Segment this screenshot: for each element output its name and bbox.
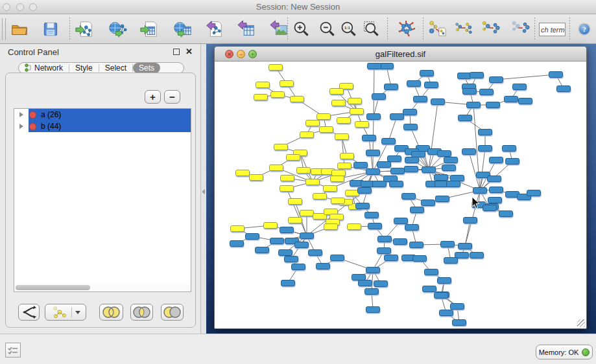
open-session-button[interactable] — [9, 19, 30, 40]
horizontal-scrollbar[interactable] — [15, 284, 190, 291]
set-color-dot — [29, 123, 36, 130]
set-row[interactable]: a (26) — [14, 109, 191, 120]
sets-list: a (26)b (44) — [14, 108, 191, 292]
floppy-disk-icon — [42, 20, 60, 38]
toolbar-separator — [423, 17, 423, 41]
import-table-web-icon — [173, 19, 193, 39]
scrollbar-thumb[interactable] — [16, 285, 90, 290]
network-window-title: galFiltered.sif — [215, 49, 586, 59]
zoom-out-icon — [318, 20, 337, 38]
network-tab-icon — [25, 63, 32, 73]
export-network-icon — [204, 19, 224, 39]
memory-ok-indicator — [582, 348, 590, 356]
split-arrows-icon — [22, 306, 36, 319]
import-table-file-button[interactable] — [139, 19, 160, 40]
toolbar-separator — [534, 17, 535, 41]
export-network-button[interactable] — [204, 19, 224, 40]
toolbar-separator — [287, 17, 288, 41]
import-table-file-icon — [139, 19, 159, 39]
zoom-selected-button[interactable] — [361, 19, 382, 40]
close-panel-icon[interactable]: ✕ — [185, 47, 193, 56]
venn-difference-icon — [163, 306, 182, 319]
toolbar-separator — [569, 17, 570, 41]
split-set-button[interactable] — [18, 304, 40, 321]
zoom-fit-button[interactable]: 1:1 — [339, 19, 359, 40]
set-color-dot — [29, 111, 36, 119]
difference-networks-button[interactable] — [510, 19, 531, 40]
import-table-web-button[interactable] — [173, 19, 193, 40]
import-network-file-button[interactable] — [74, 19, 95, 40]
export-image-icon — [269, 19, 289, 39]
export-table-button[interactable] — [236, 19, 257, 40]
search-input[interactable] — [539, 23, 566, 36]
zoom-in-button[interactable] — [291, 19, 312, 40]
tab-style[interactable]: Style — [69, 63, 99, 73]
intersect-networks-button[interactable] — [481, 19, 501, 40]
control-panel-title: Control Panel — [8, 47, 59, 57]
add-set-button[interactable]: + — [145, 90, 161, 104]
network-window-titlebar[interactable]: ✕ − + galFiltered.sif — [215, 47, 586, 62]
zoom-out-button[interactable] — [317, 19, 338, 40]
expand-triangle-icon[interactable] — [19, 124, 23, 129]
sets-panel: + − a (26)b (44) — [5, 73, 196, 328]
copy-network-icon — [428, 19, 447, 39]
network-desktop: ✕ − + galFiltered.sif — [206, 44, 596, 334]
collapse-panel-arrow-icon[interactable] — [202, 189, 205, 194]
yellow-network-icon — [51, 306, 68, 319]
status-bar: Memory: OK — [0, 334, 596, 364]
create-set-dropdown-button[interactable] — [45, 304, 86, 321]
control-panel: Control Panel ✕ NetworkStyleSelectSets +… — [0, 44, 201, 334]
task-history-button[interactable] — [5, 343, 21, 358]
memory-status-label: Memory: OK — [539, 348, 579, 356]
toolbar-separator — [69, 17, 70, 41]
chevron-down-icon — [75, 311, 80, 314]
svg-text:?: ? — [582, 25, 586, 33]
apply-layout-button[interactable] — [396, 19, 417, 40]
tab-sets[interactable]: Sets — [133, 63, 160, 73]
tab-network[interactable]: Network — [19, 63, 69, 73]
help-button[interactable]: ? — [574, 19, 595, 40]
import-network-web-button[interactable] — [108, 19, 128, 40]
save-session-button[interactable] — [40, 19, 61, 40]
union-sets-button[interactable] — [99, 304, 123, 321]
copy-network-button[interactable] — [427, 19, 448, 40]
network-graph[interactable] — [215, 62, 586, 328]
toolbar-grip[interactable] — [2, 18, 6, 40]
window-resize-grip[interactable] — [577, 319, 585, 327]
remove-set-button[interactable]: − — [164, 90, 180, 104]
set-label: b (44) — [41, 122, 61, 131]
difference-sets-button[interactable] — [161, 304, 184, 321]
zoom-fit-icon: 1:1 — [340, 20, 358, 38]
memory-status-button[interactable]: Memory: OK — [536, 345, 593, 359]
tab-label: Style — [75, 63, 93, 73]
export-table-icon — [237, 19, 256, 39]
import-network-web-icon — [108, 19, 128, 39]
union-networks-button[interactable] — [453, 19, 474, 40]
set-row[interactable]: b (44) — [14, 120, 191, 132]
expand-triangle-icon[interactable] — [19, 112, 23, 117]
venn-intersection-icon — [132, 306, 151, 319]
network-view-window[interactable]: ✕ − + galFiltered.sif — [214, 46, 587, 329]
tab-select[interactable]: Select — [99, 63, 132, 73]
toolbar-separator — [387, 17, 388, 41]
control-panel-header: Control Panel ✕ — [0, 44, 200, 61]
intersect-sets-button[interactable] — [130, 304, 153, 321]
venn-union-icon — [102, 306, 121, 319]
app-title: Session: New Session — [0, 2, 596, 12]
zoom-in-icon — [292, 20, 311, 38]
mouse-cursor — [471, 196, 481, 209]
network-canvas[interactable] — [215, 62, 586, 328]
float-panel-icon[interactable] — [173, 49, 180, 55]
tab-label: Sets — [139, 63, 154, 73]
tab-label: Network — [34, 63, 63, 73]
main-toolbar: 1:1 — [0, 14, 596, 44]
panel-divider[interactable] — [201, 44, 206, 334]
import-network-file-icon — [75, 19, 94, 39]
layout-icon — [397, 19, 416, 39]
app-title-bar: Session: New Session — [0, 0, 596, 14]
export-image-button[interactable] — [268, 19, 289, 40]
zoom-selected-icon — [363, 20, 381, 38]
union-networks-icon — [454, 19, 473, 39]
checklist-icon — [8, 346, 18, 355]
button-divider — [71, 307, 72, 317]
